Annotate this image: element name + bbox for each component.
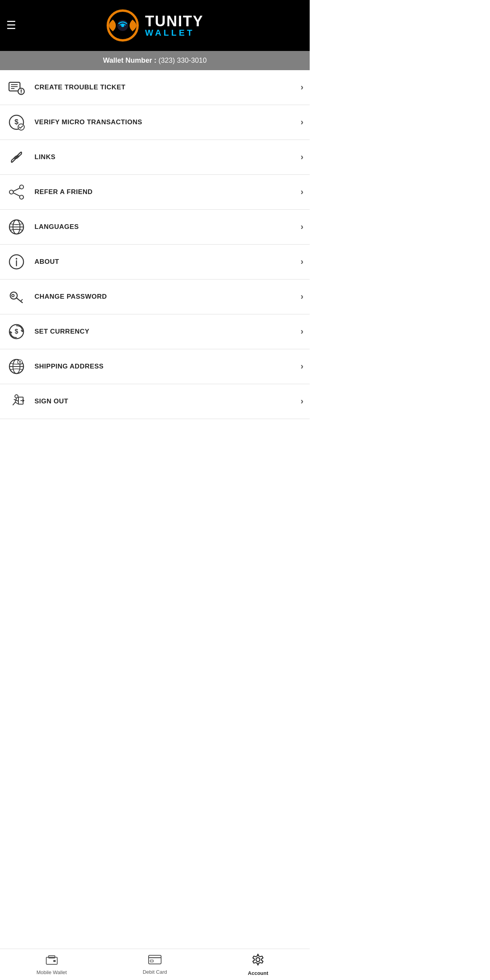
wallet-number: (323) 330-3010 [158, 56, 207, 64]
menu-item-refer-friend[interactable]: REFER A FRIEND › [0, 175, 310, 210]
svg-line-39 [15, 402, 18, 404]
languages-label: LANGUAGES [34, 223, 301, 231]
change-password-label: CHANGE PASSWORD [34, 293, 301, 301]
links-label: LINKS [34, 153, 301, 161]
signout-icon [6, 391, 27, 412]
logo-icon [105, 8, 140, 43]
svg-line-18 [13, 193, 20, 196]
svg-point-35 [19, 361, 21, 363]
wallet-bar: Wallet Number : (323) 330-3010 [0, 51, 310, 70]
menu-item-change-password[interactable]: CHANGE PASSWORD › [0, 279, 310, 314]
about-label: ABOUT [34, 258, 301, 266]
svg-point-28 [12, 294, 14, 297]
globe-icon [6, 217, 27, 237]
svg-point-23 [16, 258, 17, 260]
svg-point-15 [20, 195, 24, 199]
chevron-icon: › [301, 187, 303, 197]
set-currency-label: SET CURRENCY [34, 328, 301, 336]
menu-button[interactable]: ☰ [6, 20, 16, 31]
chevron-icon: › [301, 396, 303, 407]
logo-area: TUNITY WALLET [22, 8, 286, 43]
menu-item-languages[interactable]: LANGUAGES › [0, 210, 310, 245]
svg-text:$: $ [15, 118, 18, 126]
chevron-icon: › [301, 222, 303, 232]
menu-item-about[interactable]: ABOUT › [0, 245, 310, 279]
refer-friend-label: REFER A FRIEND [34, 188, 301, 196]
header: ☰ TUNITY WALLET [0, 0, 310, 51]
key-icon [6, 287, 27, 307]
menu-item-trouble-ticket[interactable]: CREATE TROUBLE TICKET › [0, 70, 310, 105]
shipping-address-label: SHIPPING ADDRESS [34, 363, 301, 370]
svg-point-9 [21, 93, 22, 93]
menu-item-shipping-address[interactable]: SHIPPING ADDRESS › [0, 349, 310, 384]
sign-out-label: SIGN OUT [34, 397, 301, 405]
info-icon [6, 252, 27, 272]
currency-icon: $ [6, 321, 27, 342]
chevron-icon: › [301, 257, 303, 267]
ticket-icon [6, 77, 27, 98]
svg-line-17 [13, 188, 20, 191]
svg-text:$: $ [15, 328, 18, 335]
logo-tunity: TUNITY [145, 14, 203, 29]
logo-text: TUNITY WALLET [145, 14, 203, 37]
menu-list: CREATE TROUBLE TICKET › $ VERIFY MICRO T… [0, 70, 310, 419]
trouble-ticket-label: CREATE TROUBLE TICKET [34, 83, 301, 91]
verify-micro-label: VERIFY MICRO TRANSACTIONS [34, 118, 301, 126]
svg-line-38 [13, 402, 15, 405]
chevron-icon: › [301, 361, 303, 372]
menu-item-sign-out[interactable]: SIGN OUT › [0, 384, 310, 419]
links-icon [6, 147, 27, 167]
chevron-icon: › [301, 152, 303, 162]
chevron-icon: › [301, 82, 303, 93]
chevron-icon: › [301, 327, 303, 337]
logo-wallet: WALLET [145, 29, 203, 37]
svg-point-36 [15, 395, 18, 398]
svg-point-16 [9, 190, 13, 194]
chevron-icon: › [301, 292, 303, 302]
share-icon [6, 182, 27, 202]
menu-item-links[interactable]: LINKS › [0, 140, 310, 175]
svg-line-27 [21, 299, 22, 301]
shipping-icon [6, 356, 27, 377]
verify-icon: $ [6, 112, 27, 132]
wallet-number-label: Wallet Number : [103, 56, 156, 64]
menu-item-set-currency[interactable]: $ SET CURRENCY › [0, 314, 310, 349]
menu-item-verify-micro[interactable]: $ VERIFY MICRO TRANSACTIONS › [0, 105, 310, 140]
chevron-icon: › [301, 117, 303, 127]
svg-point-14 [20, 185, 24, 189]
